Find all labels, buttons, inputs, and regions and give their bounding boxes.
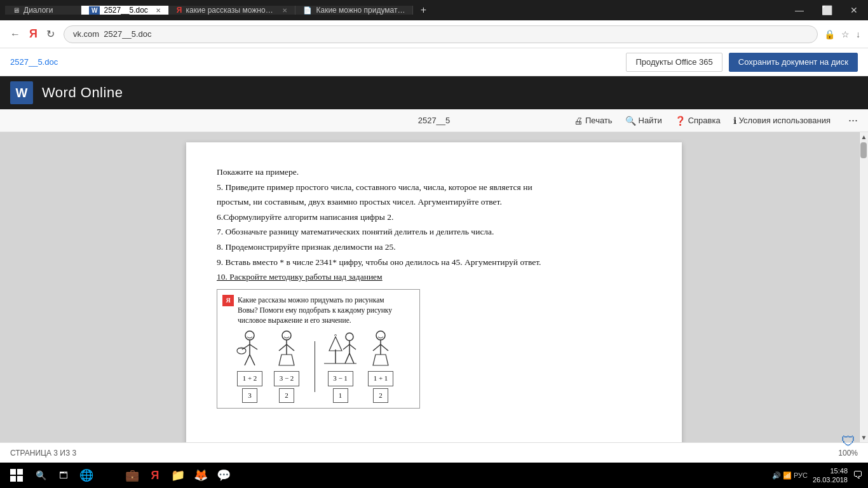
- svg-line-2: [242, 344, 250, 349]
- figures-divider: [315, 341, 315, 392]
- doc-line-7: 9. Вставь вместо * в числе 2341* цифру, …: [217, 255, 651, 269]
- doc-text-4: 6.Сформулируйте алгоритм написания цифры…: [217, 212, 393, 222]
- doc-name-center: 2527__5: [418, 116, 451, 125]
- minimize-button[interactable]: —: [790, 5, 809, 15]
- tab-search2[interactable]: 📄 Какие можно придумать во...: [295, 6, 413, 15]
- svg-rect-27: [10, 469, 16, 475]
- find-button[interactable]: 🔍 Найти: [625, 116, 662, 126]
- yandex-taskbar-button[interactable]: Я: [145, 465, 165, 485]
- print-button[interactable]: 🖨 Печать: [574, 116, 613, 126]
- start-button[interactable]: [5, 464, 28, 487]
- more-options-button[interactable]: ···: [848, 114, 858, 127]
- scroll-down-arrow[interactable]: ▼: [860, 434, 868, 441]
- figure-2-svg: [273, 330, 301, 369]
- image-caption: Какие рассказы можно придумать по рисунк…: [238, 295, 403, 325]
- clock: 15:48 26.03.2018: [813, 466, 848, 485]
- svg-marker-15: [329, 337, 342, 351]
- doc-text-2: 5. Приведите пример простого числа, сост…: [217, 182, 532, 192]
- svg-rect-28: [17, 469, 23, 475]
- page-info: СТРАНИЦА 3 ИЗ 3: [10, 449, 76, 458]
- svg-line-4: [245, 355, 250, 365]
- help-button[interactable]: ❓ Справка: [675, 116, 721, 126]
- svg-line-19: [349, 344, 356, 349]
- document-page: Покажите на примере. 5. Приведите пример…: [186, 142, 682, 442]
- tab-search1-close[interactable]: ✕: [282, 7, 287, 14]
- doc-filename[interactable]: 2527__5.doc: [10, 57, 58, 67]
- skype-button[interactable]: 💬: [214, 465, 234, 485]
- shield-icon: 🛡: [841, 433, 855, 450]
- expr-1: 1 + 2: [237, 371, 262, 386]
- help-label: Справка: [688, 116, 721, 125]
- result-2: 2: [279, 388, 294, 403]
- expr-4: 1 + 1: [368, 371, 393, 386]
- notification-icon[interactable]: 🗨: [853, 470, 863, 481]
- tab-dialogi-label: Диалоги: [24, 6, 53, 15]
- yandex-logo[interactable]: Я: [29, 27, 37, 41]
- print-icon: 🖨: [574, 116, 583, 126]
- doc-text-1: Покажите на примере.: [217, 167, 299, 177]
- tab-doc-label: 2527__5.doc: [104, 6, 147, 15]
- restore-button[interactable]: ⬜: [817, 5, 837, 15]
- bookmark-icon[interactable]: ☆: [841, 29, 850, 39]
- svg-line-3: [250, 344, 257, 349]
- print-label: Печать: [585, 116, 613, 125]
- svg-line-25: [381, 344, 388, 351]
- help-icon: ❓: [675, 116, 686, 126]
- reload-button[interactable]: ↻: [44, 25, 57, 43]
- save-to-disk-button[interactable]: Сохранить документ на диск: [729, 53, 858, 72]
- svg-line-10: [279, 344, 287, 351]
- doc-toolbar: 2527__5.doc Продукты Office 365 Сохранит…: [0, 48, 868, 76]
- tab-search2-icon: 📄: [303, 6, 312, 15]
- word-online-title: Word Online: [42, 85, 123, 101]
- taskbar: 🔍 🗔 🌐 ✉ 💼 Я 📁 🦊 💬 🔊 📶 РУС 15:48 26.03.20…: [0, 463, 868, 488]
- find-label: Найти: [639, 116, 662, 125]
- scroll-up-arrow[interactable]: ▲: [860, 133, 868, 140]
- svg-marker-26: [373, 355, 388, 365]
- windows-logo-icon: [10, 469, 23, 482]
- lock-icon: 🔒: [824, 29, 835, 39]
- statusbar: СТРАНИЦА 3 ИЗ 3 100%: [0, 442, 868, 463]
- tab-add-button[interactable]: +: [413, 4, 433, 16]
- tab-doc-icon: W: [89, 6, 100, 15]
- main-content: ▲ ▼ Покажите на примере. 5. Приведите пр…: [0, 132, 868, 442]
- svg-point-8: [282, 331, 291, 340]
- tab-doc[interactable]: W 2527__5.doc ✕: [81, 6, 169, 15]
- doc-line-4: 6.Сформулируйте алгоритм написания цифры…: [217, 210, 651, 224]
- browser-button[interactable]: 🦊: [191, 465, 211, 485]
- edge-button[interactable]: 🌐: [76, 465, 97, 485]
- doc-text-6: 8. Продемонстрируйте признак делимости н…: [217, 242, 396, 252]
- close-button[interactable]: ✕: [845, 5, 863, 15]
- tab-dialogi[interactable]: 🖥 Диалоги: [5, 6, 81, 15]
- back-button[interactable]: ←: [8, 26, 23, 43]
- tab-doc-close[interactable]: ✕: [156, 7, 161, 14]
- info-icon: ℹ: [733, 116, 736, 126]
- result-3: 1: [333, 388, 348, 403]
- terms-button[interactable]: ℹ Условия использования: [733, 116, 831, 126]
- result-4: 2: [373, 388, 388, 403]
- search-taskbar-button[interactable]: 🔍: [31, 465, 51, 485]
- scrollbar-vertical[interactable]: ▲ ▼: [859, 132, 868, 442]
- image-header: Я Какие рассказы можно придумать по рису…: [222, 295, 414, 325]
- expr-2: 3 − 2: [274, 371, 299, 386]
- image-icon: Я: [222, 295, 234, 306]
- doc-text-3: простым, ни составным, двух взаимно прос…: [217, 197, 502, 207]
- doc-text-5: 7. Обозначьте разницу математических пон…: [217, 227, 494, 236]
- mail-button[interactable]: ✉: [99, 465, 119, 485]
- office-products-button[interactable]: Продукты Office 365: [626, 53, 722, 72]
- doc-text-7: 9. Вставь вместо * в числе 2341* цифру, …: [217, 257, 541, 267]
- scroll-thumb[interactable]: [860, 142, 867, 158]
- word-logo-letter: W: [16, 86, 28, 100]
- tab-search2-label: Какие можно придумать во...: [316, 6, 405, 15]
- download-icon[interactable]: ↓: [856, 29, 860, 39]
- svg-line-5: [250, 355, 255, 365]
- svg-point-0: [245, 331, 254, 340]
- briefcase-button[interactable]: 💼: [122, 465, 142, 485]
- word-logo-icon: W: [10, 81, 33, 104]
- task-view-button[interactable]: 🗔: [53, 465, 74, 485]
- tab-search1[interactable]: Я какие рассказы можно пр... ✕: [169, 6, 296, 15]
- address-input[interactable]: [64, 25, 818, 43]
- doc-text-8: 10. Раскройте методику работы над задани…: [217, 272, 383, 281]
- folder-button[interactable]: 📁: [168, 465, 188, 485]
- figure-3: 3 − 1 1: [323, 330, 358, 403]
- svg-line-21: [349, 353, 354, 363]
